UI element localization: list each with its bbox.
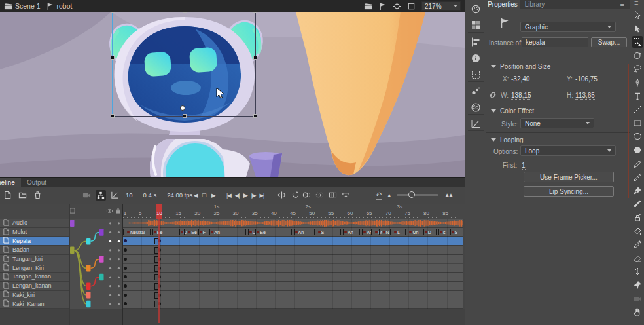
phoneme-keyframe[interactable]: Neutral [123, 229, 145, 236]
symbol-behavior-select[interactable]: Graphic [520, 22, 616, 32]
color-panel-icon[interactable] [471, 4, 481, 14]
lip-syncing-button[interactable]: Lip Syncing... [524, 186, 614, 197]
selection-handle-bottom-middle[interactable] [183, 114, 187, 118]
onion-skin-button[interactable] [302, 191, 311, 199]
tab-timeline[interactable]: Timeline [0, 178, 21, 187]
keyframe-dot[interactable] [124, 302, 127, 305]
step-back-one-frame-button[interactable]: ◀ [194, 192, 198, 199]
lock-column-icon[interactable] [115, 208, 121, 214]
text-tool[interactable] [632, 90, 643, 102]
frame-row-tangan_kiri[interactable] [123, 255, 463, 264]
pen-tool[interactable] [632, 77, 643, 88]
phoneme-keyframe[interactable]: D [421, 229, 431, 236]
paint-brush-tool[interactable] [632, 171, 643, 183]
phoneme-keyframe[interactable]: Ah [207, 229, 220, 236]
classic-brush-tool[interactable] [632, 185, 643, 197]
brush-library-panel-icon[interactable] [471, 86, 481, 96]
swatches-panel-icon[interactable] [471, 20, 481, 30]
edit-multiple-frames-button[interactable] [329, 191, 337, 199]
layer-row-badan[interactable]: Badan [0, 246, 69, 255]
looping-section-header[interactable]: Looping [491, 136, 524, 143]
layer-row-mulut[interactable]: Mulut [0, 228, 69, 237]
camera-tool[interactable] [632, 293, 643, 305]
lasso-tool[interactable] [632, 63, 643, 75]
w-value[interactable]: 138,15 [511, 92, 531, 100]
x-value[interactable]: -32,40 [511, 75, 529, 83]
color-style-select[interactable]: None [520, 118, 594, 128]
link-width-height-icon[interactable] [488, 90, 497, 100]
elapsed-time-value[interactable]: 0.4 s [143, 191, 157, 199]
phoneme-keyframe[interactable]: Ah [340, 229, 353, 236]
play-button[interactable]: ▶ [243, 191, 247, 199]
first-frame-value[interactable]: 1 [522, 162, 526, 170]
h-value[interactable]: 113,65 [575, 92, 595, 100]
bone-tool[interactable] [632, 198, 643, 210]
phoneme-keyframe[interactable]: F [196, 229, 206, 236]
frame-rate-value[interactable]: 24.00 fps [167, 191, 192, 199]
keyframe-dot[interactable] [124, 275, 127, 278]
keyframe-dot[interactable] [158, 284, 161, 288]
frame-row-audio[interactable] [123, 219, 463, 228]
loop-frame-range-button[interactable]: ▢ [202, 192, 207, 198]
visibility-column-icon[interactable] [106, 208, 113, 214]
phoneme-keyframe[interactable]: L [390, 229, 400, 236]
show-parenting-view-button[interactable] [96, 190, 106, 201]
frame-row-lengan_kiri[interactable] [123, 264, 463, 273]
phoneme-keyframe[interactable]: S [314, 229, 325, 236]
phoneme-keyframe[interactable]: s [436, 229, 446, 236]
frame-row-kepala[interactable] [123, 237, 463, 246]
selection-handle-middle-right[interactable] [253, 56, 257, 60]
paint-bucket-tool[interactable] [632, 225, 643, 237]
polystar-tool[interactable] [632, 144, 643, 156]
keyframe-dot[interactable] [158, 302, 161, 305]
timeline-zoom-slider[interactable] [397, 194, 438, 196]
asset-warp-tool[interactable] [632, 279, 643, 291]
reset-timeline-zoom-button[interactable]: ↶ [376, 191, 382, 200]
tab-properties[interactable]: Properties [486, 0, 520, 9]
stage-canvas[interactable] [0, 12, 465, 177]
instance-name-field[interactable]: kepala [522, 37, 588, 47]
add-camera-button[interactable] [82, 191, 91, 199]
oval-tool[interactable] [632, 130, 643, 142]
hand-tool[interactable] [632, 306, 643, 318]
position-and-size-section-header[interactable]: Position and Size [491, 63, 550, 70]
transform-panel-icon[interactable] [471, 69, 481, 80]
layer-row-kepala[interactable]: Kepala [0, 237, 69, 246]
frame-row-badan[interactable] [123, 246, 463, 255]
eyedropper-tool[interactable] [632, 239, 643, 250]
selection-handle-top-middle[interactable] [183, 12, 187, 13]
layer-row-tangan_kiri[interactable]: Tangan_kiri [0, 255, 69, 264]
phoneme-keyframe[interactable]: Ah [291, 229, 304, 236]
free-transform-tool[interactable] [632, 36, 643, 48]
current-frame-value[interactable]: 10 [126, 191, 133, 199]
step-forward-one-frame-button[interactable]: ▶ [211, 192, 215, 199]
use-frame-picker-button[interactable]: Use Frame Picker... [524, 172, 614, 182]
swap-button[interactable]: Swap... [591, 37, 627, 47]
phoneme-keyframe[interactable]: Ee [150, 229, 163, 236]
tab-library[interactable]: Library [521, 0, 548, 9]
width-tool[interactable] [632, 265, 643, 277]
motion-editor-panel-icon[interactable] [471, 119, 481, 129]
onion-skin-outlines-button[interactable] [315, 191, 324, 199]
keyframe-dot[interactable] [158, 294, 161, 297]
frames-grid[interactable]: NeutralEeDEeFAhDEeAhSAhAhMNLUhDsS [123, 219, 465, 309]
layer-row-lengan_kiri[interactable]: Lengan_Kiri [0, 263, 69, 273]
keyframe-dot[interactable] [124, 248, 127, 252]
transformation-point[interactable] [180, 105, 185, 111]
tab-output[interactable]: Output [21, 178, 52, 187]
frame-row-lengan_kanan[interactable] [123, 282, 463, 291]
phoneme-keyframe[interactable]: S [448, 229, 458, 236]
y-value[interactable]: -106,75 [575, 75, 598, 83]
keyframe-dot[interactable] [124, 267, 127, 270]
selection-handle-middle-left[interactable] [111, 56, 115, 60]
keyframe-dot[interactable] [158, 258, 161, 261]
timeline-zoom-out-button[interactable]: ▲ [387, 193, 391, 197]
phoneme-keyframe[interactable]: Ee [253, 229, 266, 236]
eraser-tool[interactable] [632, 252, 643, 264]
clip-content-icon[interactable] [407, 2, 416, 10]
frame-row-kaki_kanan[interactable] [123, 299, 463, 309]
keyframe-dot[interactable] [158, 248, 161, 252]
keyframe-dot[interactable] [124, 284, 127, 288]
layer-row-kaki_kiri[interactable]: Kaki_kiri [0, 291, 69, 300]
selection-bounding-box[interactable] [112, 12, 256, 117]
